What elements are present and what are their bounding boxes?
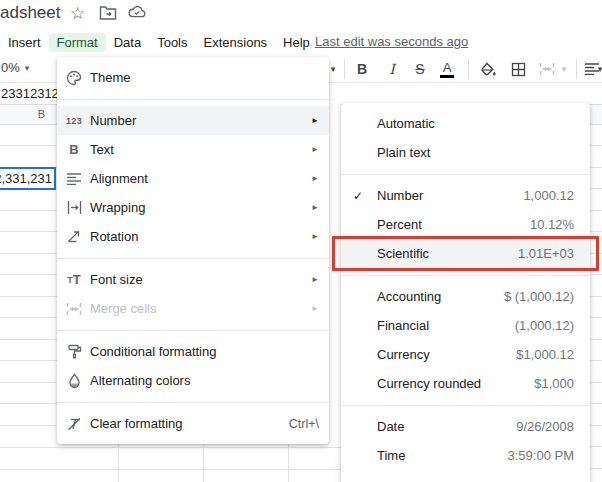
last-edit-link[interactable]: Last edit was seconds ago: [315, 34, 468, 49]
formula-bar-value[interactable]: 23312312: [1, 86, 59, 101]
submenu-item-currency[interactable]: Currency $1,000.12: [341, 340, 590, 369]
menu-item-number[interactable]: 123 Number ►: [57, 106, 329, 135]
menu-item-label: Rotation: [90, 229, 303, 244]
conditional-format-icon: [66, 344, 82, 360]
gridline: [0, 469, 341, 470]
menu-gap: [329, 103, 341, 444]
theme-palette-icon: [66, 70, 82, 86]
zoom-dropdown[interactable]: 0% ▾: [1, 60, 29, 75]
google-sheets-window: adsheet ☆ Insert Format Data Tools Exten…: [0, 0, 602, 482]
bold-button[interactable]: B: [352, 59, 372, 79]
sheet-grid[interactable]: [0, 444, 341, 482]
submenu-item-time[interactable]: Time 3:59:00 PM: [341, 441, 590, 470]
menu-divider: [341, 174, 590, 175]
menu-item-alternating-colors[interactable]: Alternating colors: [57, 366, 329, 395]
chevron-down-icon: ▾: [25, 63, 30, 73]
menu-item-label: Merge cells: [90, 301, 303, 316]
chevron-down-icon[interactable]: ▾: [558, 59, 570, 79]
chevron-down-icon[interactable]: ▾: [595, 59, 602, 79]
star-icon[interactable]: ☆: [70, 3, 85, 24]
rotation-icon: [66, 229, 82, 245]
submenu-item-label: Time: [377, 448, 405, 463]
submenu-item-automatic[interactable]: Automatic: [341, 109, 590, 138]
menu-format[interactable]: Format: [49, 33, 106, 52]
menu-data[interactable]: Data: [106, 33, 149, 52]
menu-divider: [341, 275, 590, 276]
submenu-item-label: Accounting: [377, 289, 441, 304]
menu-item-theme[interactable]: Theme: [57, 63, 329, 92]
annotation-highlight-box: [332, 236, 599, 271]
submenu-arrow-icon: ►: [311, 203, 319, 212]
italic-button[interactable]: I: [382, 59, 402, 79]
format-example-value: (1,000.12): [515, 318, 574, 333]
text-color-button[interactable]: A: [437, 59, 457, 79]
merge-cells-icon[interactable]: [537, 59, 557, 79]
gridline: [288, 444, 289, 482]
number-format-submenu: Automatic Plain text ✓ Number 1,000.12 P…: [341, 103, 590, 482]
format-example-value: $ (1,000.12): [504, 289, 574, 304]
font-size-icon: TT: [66, 272, 82, 288]
submenu-arrow-icon: ►: [311, 275, 319, 284]
gridline: [0, 447, 341, 448]
menu-item-label: Alternating colors: [90, 373, 319, 388]
move-folder-icon[interactable]: [99, 5, 117, 23]
submenu-item-label: Currency rounded: [377, 376, 481, 391]
checkmark-icon: ✓: [353, 189, 371, 203]
menu-item-text[interactable]: B Text ►: [57, 135, 329, 164]
menu-tools[interactable]: Tools: [149, 33, 195, 52]
submenu-item-accounting[interactable]: Accounting $ (1,000.12): [341, 282, 590, 311]
submenu-item-currency-rounded[interactable]: Currency rounded $1,000: [341, 369, 590, 398]
menu-divider: [57, 330, 329, 331]
text-bold-icon: B: [66, 142, 82, 158]
menu-item-label: Number: [90, 113, 303, 128]
menu-item-alignment[interactable]: Alignment ►: [57, 164, 329, 193]
submenu-item-number[interactable]: ✓ Number 1,000.12: [341, 181, 590, 210]
submenu-item-label: Percent: [377, 217, 422, 232]
menu-item-rotation[interactable]: Rotation ►: [57, 222, 329, 251]
number-123-icon: 123: [66, 113, 82, 129]
alignment-icon: [66, 171, 82, 187]
format-example-value: $1,000.12: [516, 347, 574, 362]
keyboard-shortcut: Ctrl+\: [289, 417, 319, 431]
menu-item-label: Conditional formatting: [90, 344, 319, 359]
column-header-b[interactable]: B: [38, 108, 45, 120]
menu-item-label: Clear formatting: [90, 416, 289, 431]
menu-item-wrapping[interactable]: Wrapping ►: [57, 193, 329, 222]
menu-help[interactable]: Help: [275, 33, 318, 52]
wrapping-icon: [66, 200, 82, 216]
toolbar-separator: [468, 59, 469, 79]
menu-extensions[interactable]: Extensions: [196, 33, 276, 52]
menu-item-label: Font size: [90, 272, 303, 287]
gridline: [118, 444, 119, 482]
text-color-letter: A: [443, 61, 452, 74]
fill-color-icon[interactable]: [478, 59, 498, 79]
submenu-arrow-icon: ►: [311, 174, 319, 183]
sheet-grid[interactable]: [590, 125, 602, 482]
submenu-item-financial[interactable]: Financial (1,000.12): [341, 311, 590, 340]
menu-item-font-size[interactable]: TT Font size ►: [57, 265, 329, 294]
menu-divider: [341, 405, 590, 406]
format-example-value: 10.12%: [530, 217, 574, 232]
borders-icon[interactable]: [508, 59, 528, 79]
submenu-item-percent[interactable]: Percent 10.12%: [341, 210, 590, 239]
menu-item-label: Text: [90, 142, 303, 157]
menu-insert[interactable]: Insert: [0, 33, 49, 52]
menu-divider: [57, 402, 329, 403]
submenu-item-date[interactable]: Date 9/26/2008: [341, 412, 590, 441]
format-example-value: 9/26/2008: [516, 419, 574, 434]
menu-item-clear-formatting[interactable]: Clear formatting Ctrl+\: [57, 409, 329, 438]
format-example-value: 1,000.12: [523, 188, 574, 203]
menu-divider: [57, 258, 329, 259]
submenu-item-plain-text[interactable]: Plain text: [341, 138, 590, 167]
gridline: [203, 444, 204, 482]
cloud-saved-icon[interactable]: [128, 5, 146, 22]
menu-item-merge-cells: Merge cells ►: [57, 294, 329, 323]
strikethrough-button[interactable]: S: [410, 59, 430, 79]
menu-item-label: Wrapping: [90, 200, 303, 215]
document-title[interactable]: adsheet: [0, 3, 61, 23]
submenu-arrow-icon: ►: [311, 145, 319, 154]
menu-divider: [57, 99, 329, 100]
submenu-item-label: Automatic: [377, 116, 435, 131]
menu-item-conditional-formatting[interactable]: Conditional formatting: [57, 337, 329, 366]
selected-cell[interactable]: 2,331,231: [0, 167, 56, 190]
